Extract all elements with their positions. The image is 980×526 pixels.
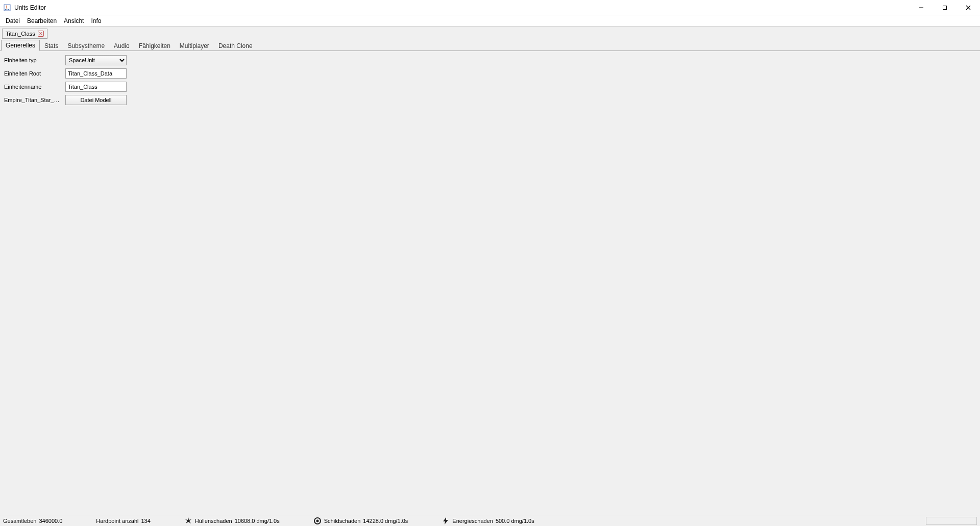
status-huellenschaden: Hüllenschaden 10608.0 dmg/1.0s xyxy=(184,517,280,525)
svg-rect-2 xyxy=(943,6,947,9)
document-tabs: Titan_Class ✕ xyxy=(0,27,980,39)
status-schildschaden-label: Schildschaden xyxy=(324,518,361,524)
app-window: Units Editor Datei Bearbeit xyxy=(0,0,980,526)
window-title: Units Editor xyxy=(14,4,46,11)
statusbar: Gesamtleben 346000.0 Hardpoint anzahl 13… xyxy=(0,515,980,526)
row-datei-modell: Empire_Titan_Star_Des... Datei Modell xyxy=(4,94,976,106)
menubar: Datei Bearbeiten Ansicht Info xyxy=(0,15,980,27)
label-einheitenname: Einheitenname xyxy=(4,84,65,90)
input-einheiten-root[interactable] xyxy=(65,68,127,79)
select-einheiten-typ[interactable]: SpaceUnit xyxy=(65,55,127,65)
status-gesamtleben-label: Gesamtleben xyxy=(3,518,36,524)
menu-bearbeiten[interactable]: Bearbeiten xyxy=(23,16,60,26)
tab-faehigkeiten[interactable]: Fähigkeiten xyxy=(134,40,175,51)
status-energieschaden-label: Energieschaden xyxy=(452,518,493,524)
close-icon xyxy=(966,5,971,10)
label-datei-modell: Empire_Titan_Star_Des... xyxy=(4,97,65,103)
row-einheiten-root: Einheiten Root xyxy=(4,67,976,80)
tab-multiplayer[interactable]: Multiplayer xyxy=(175,40,214,51)
row-einheiten-typ: Einheiten typ SpaceUnit xyxy=(4,54,976,66)
input-einheitenname[interactable] xyxy=(65,82,127,92)
status-hardpoint-label: Hardpoint anzahl xyxy=(96,518,138,524)
status-schildschaden-value: 14228.0 dmg/1.0s xyxy=(363,518,408,524)
document-tab-close-icon[interactable]: ✕ xyxy=(38,31,44,37)
window-controls xyxy=(910,0,980,15)
tab-death-clone[interactable]: Death Clone xyxy=(214,40,257,51)
tab-audio[interactable]: Audio xyxy=(109,40,134,51)
status-huellenschaden-label: Hüllenschaden xyxy=(195,518,232,524)
status-huellenschaden-value: 10608.0 dmg/1.0s xyxy=(235,518,280,524)
document-tab-titan-class[interactable]: Titan_Class ✕ xyxy=(2,29,47,39)
row-einheitenname: Einheitenname xyxy=(4,81,976,93)
titlebar: Units Editor xyxy=(0,0,980,15)
label-einheiten-typ: Einheiten typ xyxy=(4,57,65,63)
close-button[interactable] xyxy=(957,0,980,15)
maximize-icon xyxy=(942,5,947,10)
status-energieschaden-value: 500.0 dmg/1.0s xyxy=(496,518,534,524)
status-energieschaden: Energieschaden 500.0 dmg/1.0s xyxy=(442,517,534,525)
document-tab-label: Titan_Class xyxy=(6,31,35,37)
java-app-icon xyxy=(3,4,11,12)
energy-damage-icon xyxy=(442,517,450,525)
minimize-button[interactable] xyxy=(910,0,933,15)
menu-info[interactable]: Info xyxy=(87,16,105,26)
shield-damage-icon xyxy=(313,517,322,525)
tab-subsystheme[interactable]: Subsystheme xyxy=(63,40,109,51)
label-einheiten-root: Einheiten Root xyxy=(4,70,65,77)
menu-ansicht[interactable]: Ansicht xyxy=(60,16,87,26)
minimize-icon xyxy=(919,5,924,10)
status-hardpoint-value: 134 xyxy=(141,518,151,524)
statusbar-end-box xyxy=(926,517,977,525)
status-hardpoint: Hardpoint anzahl 134 xyxy=(96,518,151,524)
hull-damage-icon xyxy=(184,517,192,525)
tab-generelles[interactable]: Generelles xyxy=(1,40,40,51)
property-tabs: Generelles Stats Subsystheme Audio Fähig… xyxy=(0,39,980,51)
status-schildschaden: Schildschaden 14228.0 dmg/1.0s xyxy=(313,517,408,525)
svg-point-6 xyxy=(316,519,318,522)
button-datei-modell[interactable]: Datei Modell xyxy=(65,95,127,105)
content-panel-generelles: Einheiten typ SpaceUnit Einheiten Root E… xyxy=(0,51,980,515)
status-gesamtleben-value: 346000.0 xyxy=(39,518,62,524)
maximize-button[interactable] xyxy=(933,0,957,15)
menu-datei[interactable]: Datei xyxy=(2,16,23,26)
status-gesamtleben: Gesamtleben 346000.0 xyxy=(3,518,62,524)
tab-stats[interactable]: Stats xyxy=(40,40,63,51)
